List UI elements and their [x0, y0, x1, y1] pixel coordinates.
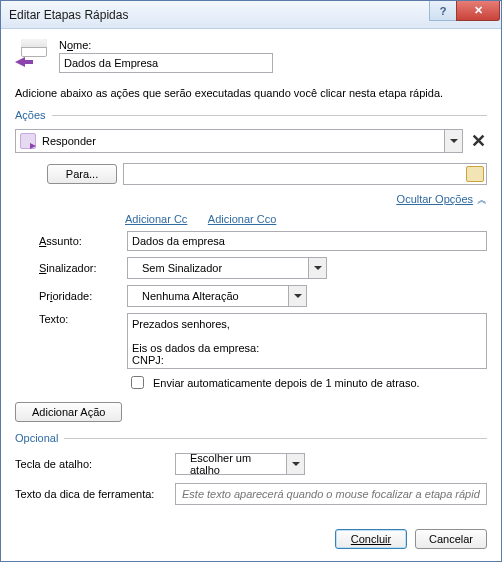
add-cc-link[interactable]: Adicionar Cc — [125, 213, 187, 225]
chevron-down-icon — [308, 258, 326, 278]
dialog-window: Editar Etapas Rápidas ? ✕ Nome: Adicione… — [0, 0, 502, 562]
recipients-row: Para... — [47, 163, 487, 185]
actions-legend: Ações — [15, 109, 52, 121]
para-button[interactable]: Para... — [47, 164, 117, 184]
help-icon: ? — [440, 5, 447, 17]
subject-label: Assunto: — [39, 235, 117, 247]
remove-action-button[interactable]: ✕ — [469, 132, 487, 150]
chevron-up-icon: ︽ — [477, 194, 487, 205]
subject-input[interactable] — [127, 231, 487, 251]
actions-section: Ações Responder ✕ Para... Ocultar Opções… — [15, 109, 487, 422]
shortcut-value: Escolher um atalho — [190, 452, 282, 476]
chevron-down-icon — [286, 454, 304, 474]
cancel-button[interactable]: Cancelar — [415, 529, 487, 549]
add-action-row: Adicionar Ação — [15, 402, 487, 422]
flag-value: Sem Sinalizador — [142, 262, 222, 274]
action-type-value: Responder — [42, 135, 96, 147]
header-row: Nome: — [15, 39, 487, 73]
auto-send-checkbox[interactable] — [131, 376, 144, 389]
optional-legend: Opcional — [15, 432, 64, 444]
priority-select[interactable]: Nenhuma Alteração — [127, 285, 307, 307]
close-button[interactable]: ✕ — [456, 1, 500, 21]
priority-value: Nenhuma Alteração — [142, 290, 239, 302]
address-book-icon[interactable] — [466, 166, 484, 182]
chevron-down-icon — [444, 130, 462, 152]
text-cell: Prezados senhores, Eis os dados da empre… — [127, 313, 487, 392]
priority-label: Prioridade: — [39, 290, 117, 302]
name-label: Nome: — [59, 39, 487, 51]
hide-options-row: Ocultar Opções︽ — [15, 193, 487, 207]
action-type-select[interactable]: Responder — [15, 129, 463, 153]
shortcut-select[interactable]: Escolher um atalho — [175, 453, 305, 475]
tooltip-label: Texto da dica de ferramenta: — [15, 488, 165, 500]
titlebar: Editar Etapas Rápidas ? ✕ — [1, 1, 501, 29]
add-action-button[interactable]: Adicionar Ação — [15, 402, 122, 422]
tooltip-input[interactable] — [175, 483, 487, 505]
recipients-input[interactable] — [123, 163, 487, 185]
window-controls: ? ✕ — [430, 1, 501, 21]
optional-grid: Tecla de atalho: Escolher um atalho Text… — [15, 452, 487, 505]
optional-section: Opcional Tecla de atalho: Escolher um at… — [15, 432, 487, 505]
auto-send-label: Enviar automaticamente depois de 1 minut… — [153, 377, 420, 389]
auto-send-row: Enviar automaticamente depois de 1 minut… — [127, 373, 487, 392]
add-cco-link[interactable]: Adicionar Cco — [208, 213, 276, 225]
action-type-row: Responder ✕ — [15, 129, 487, 153]
name-field-group: Nome: — [59, 39, 487, 73]
chevron-down-icon — [288, 286, 306, 306]
action-fields-grid: Assunto: Sinalizador: Sem Sinalizador Pr… — [39, 231, 487, 392]
flag-label: Sinalizador: — [39, 262, 117, 274]
close-icon: ✕ — [474, 4, 483, 17]
dialog-footer: Concluir Cancelar — [15, 519, 487, 549]
intro-text: Adicione abaixo as ações que serão execu… — [15, 87, 487, 99]
ok-button[interactable]: Concluir — [335, 529, 407, 549]
body-textarea[interactable]: Prezados senhores, Eis os dados da empre… — [127, 313, 487, 369]
flag-select[interactable]: Sem Sinalizador — [127, 257, 327, 279]
help-button[interactable]: ? — [429, 1, 457, 21]
name-input[interactable] — [59, 53, 273, 73]
reply-icon — [20, 133, 36, 149]
dialog-content: Nome: Adicione abaixo as ações que serão… — [1, 29, 501, 561]
shortcut-label: Tecla de atalho: — [15, 458, 165, 470]
cc-links-row: Adicionar Cc Adicionar Cco — [125, 213, 487, 225]
window-title: Editar Etapas Rápidas — [9, 8, 128, 22]
hide-options-link[interactable]: Ocultar Opções — [397, 193, 473, 205]
envelope-reply-icon — [15, 39, 49, 69]
text-label: Texto: — [39, 313, 117, 325]
